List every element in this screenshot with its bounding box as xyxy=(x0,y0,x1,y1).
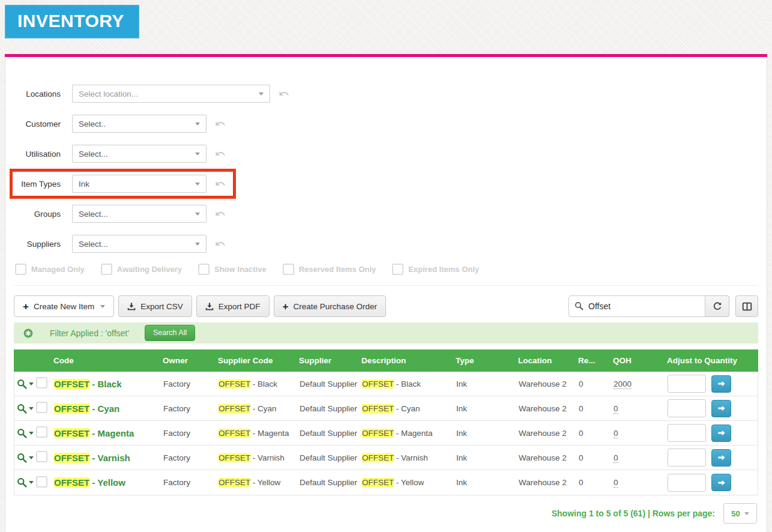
adjust-submit-button[interactable] xyxy=(711,400,731,417)
search-all-button[interactable]: Search All xyxy=(145,325,195,341)
adjust-quantity-cell xyxy=(668,424,758,442)
row-zoom-menu[interactable] xyxy=(14,428,36,438)
reserved-cell: 0 xyxy=(579,429,614,438)
row-zoom-menu[interactable] xyxy=(14,477,36,488)
column-header-qoh[interactable]: QOH xyxy=(613,356,667,365)
rows-per-page-select[interactable]: 50 xyxy=(723,503,757,524)
row-zoom-menu[interactable] xyxy=(14,453,36,463)
item-code-link[interactable]: OFFSET - Black xyxy=(54,379,163,389)
groups-select[interactable]: Select... xyxy=(72,205,207,223)
checkbox-label: Awaiting Delivery xyxy=(117,265,182,274)
description-cell: OFFSET - Cyan xyxy=(362,404,456,413)
locations-select[interactable]: Select location... xyxy=(72,85,270,103)
adjust-submit-button[interactable] xyxy=(711,474,731,491)
table-row: OFFSET - Black Factory OFFSET - Black De… xyxy=(14,372,758,396)
create-purchase-order-button[interactable]: + Create Purchase Order xyxy=(274,295,387,317)
adjust-quantity-cell xyxy=(668,474,758,492)
create-new-item-button[interactable]: + Create New Item xyxy=(14,295,114,317)
filters-section: Locations Select location... Customer Se… xyxy=(14,79,758,275)
column-header-supplier[interactable]: Supplier xyxy=(299,356,361,365)
column-header-code[interactable]: Code xyxy=(53,356,163,365)
row-checkbox[interactable] xyxy=(36,476,47,488)
row-checkbox[interactable] xyxy=(36,377,47,388)
column-header-reserved[interactable]: Re... xyxy=(578,356,613,365)
right-arrow-icon xyxy=(717,404,726,413)
toggle-columns-button[interactable] xyxy=(735,295,758,317)
table-row: OFFSET - Magenta Factory OFFSET - Magent… xyxy=(14,421,758,446)
export-pdf-button[interactable]: Export PDF xyxy=(196,295,270,317)
row-checkbox[interactable] xyxy=(36,451,47,462)
reset-icon[interactable] xyxy=(279,88,289,99)
checkbox-show-inactive[interactable]: Show Inactive xyxy=(198,264,267,275)
adjust-quantity-input[interactable] xyxy=(668,424,706,442)
row-zoom-menu[interactable] xyxy=(14,404,36,414)
owner-cell: Factory xyxy=(163,429,219,438)
adjust-quantity-input[interactable] xyxy=(668,399,706,417)
search-input[interactable] xyxy=(568,295,705,317)
export-csv-button[interactable]: Export CSV xyxy=(118,295,192,317)
adjust-quantity-input[interactable] xyxy=(668,474,706,492)
column-header-location[interactable]: Location xyxy=(518,356,578,365)
column-header-owner[interactable]: Owner xyxy=(163,356,218,365)
page-title: INVENTORY xyxy=(5,5,139,38)
row-checkbox[interactable] xyxy=(36,426,47,438)
column-header-supplier-code[interactable]: Supplier Code xyxy=(218,356,299,365)
reset-icon[interactable] xyxy=(215,178,226,189)
adjust-submit-button[interactable] xyxy=(711,425,731,442)
magnifier-icon xyxy=(17,453,27,463)
adjust-quantity-input[interactable] xyxy=(668,375,706,393)
checkbox-icon[interactable] xyxy=(15,264,26,275)
item-types-select[interactable]: Ink xyxy=(72,175,207,193)
adjust-submit-button[interactable] xyxy=(711,449,731,467)
checkbox-icon[interactable] xyxy=(392,264,403,275)
qoh-value[interactable]: 0 xyxy=(614,404,618,414)
utilisation-select[interactable]: Select... xyxy=(72,145,207,163)
type-cell: Ink xyxy=(456,379,519,388)
item-code-link[interactable]: OFFSET - Magenta xyxy=(54,428,163,438)
table-row: OFFSET - Varnish Factory OFFSET - Varnis… xyxy=(14,446,758,470)
checkbox-reserved-items-only[interactable]: Reserved Items Only xyxy=(283,264,376,275)
adjust-quantity-input[interactable] xyxy=(668,449,706,467)
row-checkbox[interactable] xyxy=(36,402,47,413)
filter-row-suppliers: Suppliers Select... xyxy=(14,229,758,259)
row-zoom-menu[interactable] xyxy=(14,379,36,389)
customer-select[interactable]: Select.. xyxy=(72,115,207,133)
reset-icon[interactable] xyxy=(215,238,226,249)
reserved-cell: 0 xyxy=(579,478,614,487)
item-code-link[interactable]: OFFSET - Yellow xyxy=(54,477,163,488)
filter-label-customer: Customer xyxy=(14,119,61,128)
checkbox-icon[interactable] xyxy=(198,264,210,275)
reset-icon[interactable] xyxy=(215,148,226,159)
checkbox-awaiting-delivery[interactable]: Awaiting Delivery xyxy=(101,264,182,275)
toolbar-search-area xyxy=(568,295,758,317)
adjust-quantity-cell xyxy=(668,399,758,417)
checkbox-managed-only[interactable]: Managed Only xyxy=(15,264,85,275)
filter-row-groups: Groups Select... xyxy=(14,199,758,229)
item-code-link[interactable]: OFFSET - Cyan xyxy=(54,404,163,414)
reset-icon[interactable] xyxy=(215,208,226,219)
owner-cell: Factory xyxy=(163,453,219,462)
adjust-submit-button[interactable] xyxy=(711,375,731,393)
search-icon xyxy=(574,301,584,310)
qoh-value[interactable]: 0 xyxy=(614,478,618,488)
filter-checkboxes: Managed Only Awaiting Delivery Show Inac… xyxy=(15,264,758,275)
chevron-down-icon xyxy=(195,153,200,156)
suppliers-select[interactable]: Select... xyxy=(72,235,207,253)
utilisation-select-value: Select... xyxy=(79,150,108,159)
column-header-type[interactable]: Type xyxy=(456,356,518,365)
reserved-cell: 0 xyxy=(579,404,614,413)
filter-label-groups: Groups xyxy=(14,210,61,219)
chevron-down-icon xyxy=(195,183,200,186)
location-cell: Warehouse 2 xyxy=(519,429,579,438)
qoh-value[interactable]: 0 xyxy=(614,453,618,463)
qoh-value[interactable]: 2000 xyxy=(614,379,632,389)
column-header-description[interactable]: Description xyxy=(361,356,456,365)
columns-icon xyxy=(742,301,752,312)
refresh-button[interactable] xyxy=(705,295,729,317)
qoh-value[interactable]: 0 xyxy=(614,429,618,438)
item-code-link[interactable]: OFFSET - Varnish xyxy=(54,453,163,463)
reset-icon[interactable] xyxy=(215,118,226,129)
checkbox-expired-items-only[interactable]: Expired Items Only xyxy=(392,264,479,275)
checkbox-icon[interactable] xyxy=(283,264,294,275)
checkbox-icon[interactable] xyxy=(101,264,112,275)
